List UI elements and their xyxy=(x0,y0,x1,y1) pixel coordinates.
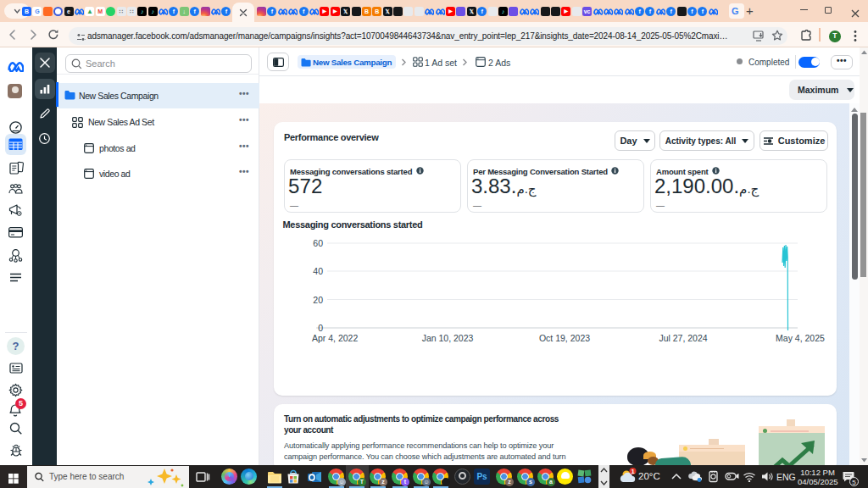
svg-text:Apr 4, 2022: Apr 4, 2022 xyxy=(312,333,358,343)
svg-text:0: 0 xyxy=(318,323,323,333)
svg-text:1: 1 xyxy=(631,468,634,475)
svg-text:Jan 10, 2023: Jan 10, 2023 xyxy=(422,333,474,343)
svg-text:60: 60 xyxy=(313,238,323,248)
svg-text:Jul 27, 2024: Jul 27, 2024 xyxy=(659,333,707,343)
svg-text:20: 20 xyxy=(313,295,323,305)
svg-text:40: 40 xyxy=(313,266,323,276)
svg-text:May 4, 2025: May 4, 2025 xyxy=(776,333,825,343)
svg-text:Oct 19, 2023: Oct 19, 2023 xyxy=(539,333,590,343)
